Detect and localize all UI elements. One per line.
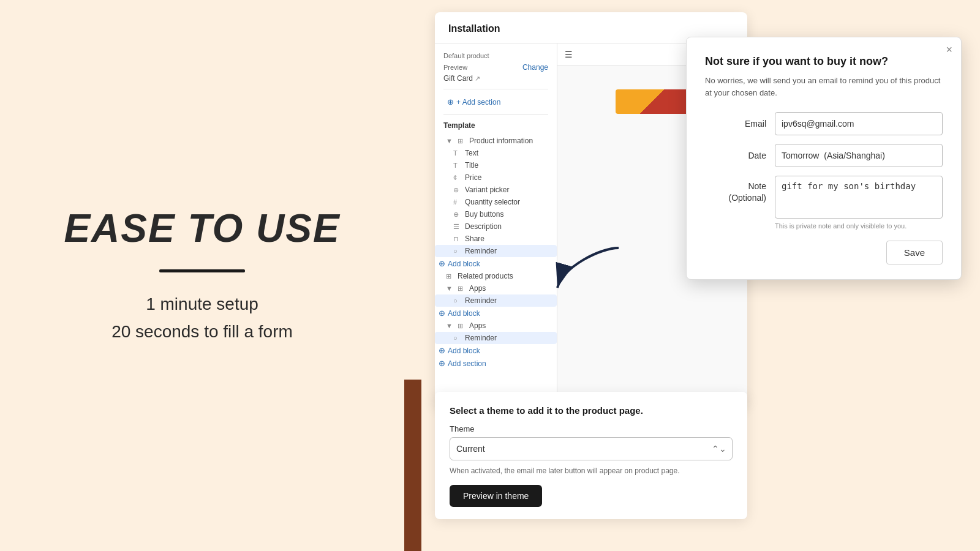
theme-hint: When activated, the email me later butto… — [450, 467, 733, 475]
add-block-plus-icon-2: ⊕ — [439, 309, 445, 318]
tree-related[interactable]: ⊞ Related products — [435, 270, 557, 282]
variant-icon: ⊕ — [453, 186, 462, 194]
tree-text[interactable]: T Text — [435, 147, 557, 159]
popup-title: Not sure if you want to buy it now? — [705, 54, 943, 69]
theme-select-wrapper: Current ⌃⌄ — [450, 437, 733, 460]
ease-title: EASE TO USE — [64, 206, 340, 251]
setup-text: 1 minute setup 20 seconds to fill a form — [111, 291, 293, 346]
desc-icon: ☰ — [453, 223, 462, 231]
brown-bar — [404, 380, 421, 551]
text-icon: T — [453, 149, 462, 157]
install-sidebar: Default product Preview Change Gift Card… — [435, 43, 557, 405]
share-icon: ⊓ — [453, 235, 462, 243]
grid-icon: ⊞ — [458, 137, 466, 145]
related-icon: ⊞ — [446, 272, 454, 280]
email-row: Email — [705, 112, 943, 135]
tree-reminder-3[interactable]: ○ Reminder — [435, 332, 557, 344]
tree-reminder-2[interactable]: ○ Reminder — [435, 294, 557, 307]
arrow-pointer — [551, 242, 625, 297]
tree-price[interactable]: ¢ Price — [435, 171, 557, 184]
change-link[interactable]: Change — [522, 63, 548, 72]
tree-reminder-1[interactable]: ○ Reminder — [435, 245, 557, 257]
theme-label: Theme — [450, 424, 733, 433]
expand-apps2-icon: ▼ — [446, 322, 454, 329]
close-button[interactable]: × — [946, 43, 952, 56]
reminder-icon-1: ○ — [453, 247, 462, 255]
tree-product-info[interactable]: ▼ ⊞ Product information — [435, 135, 557, 147]
divider-line — [159, 269, 245, 272]
popup-subtitle: No worries, we will send you an email to… — [705, 75, 943, 99]
reminder-popup: × Not sure if you want to buy it now? No… — [686, 37, 962, 280]
tree-variant[interactable]: ⊕ Variant picker — [435, 184, 557, 196]
tree-buy[interactable]: ⊕ Buy buttons — [435, 208, 557, 220]
add-section-bottom[interactable]: ⊕ Add section — [435, 357, 557, 370]
note-textarea[interactable]: gift for my son's birthday — [775, 176, 943, 219]
select-theme-title: Select a theme to add it to the product … — [450, 405, 733, 416]
add-section-top[interactable]: ⊕ + Add section — [435, 96, 557, 108]
tree-apps-2[interactable]: ▼ ⊞ Apps — [435, 320, 557, 332]
add-section-plus-icon: ⊕ — [447, 97, 454, 107]
add-block-1[interactable]: ⊕ Add block — [435, 257, 557, 270]
add-block-plus-icon-3: ⊕ — [439, 346, 445, 355]
tree-quantity[interactable]: # Quantity selector — [435, 196, 557, 208]
preview-theme-button[interactable]: Preview in theme — [450, 485, 542, 507]
bottom-section: Select a theme to add it to the product … — [435, 392, 747, 519]
add-block-2[interactable]: ⊕ Add block — [435, 307, 557, 320]
menu-icon: ☰ — [565, 50, 573, 59]
buy-icon: ⊕ — [453, 211, 462, 219]
tree-description[interactable]: ☰ Description — [435, 220, 557, 233]
apps-icon-1: ⊞ — [458, 285, 466, 293]
note-row: Note(Optional) gift for my son's birthda… — [705, 176, 943, 219]
price-icon: ¢ — [453, 174, 462, 181]
reminder-icon-2: ○ — [453, 297, 462, 304]
quantity-icon: # — [453, 198, 462, 206]
expand-icon: ▼ — [446, 137, 454, 144]
right-panel: Installation Default product Preview Cha… — [404, 0, 980, 551]
theme-select[interactable]: Current — [450, 437, 733, 460]
title-icon: T — [453, 162, 462, 169]
default-product-section: Default product Preview Change Gift Card… — [435, 52, 557, 83]
note-label: Note(Optional) — [705, 176, 766, 203]
expand-apps-icon: ▼ — [446, 285, 454, 292]
product-image — [616, 89, 689, 114]
save-button[interactable]: Save — [886, 241, 943, 264]
gift-card-field: Gift Card ↗ — [443, 74, 548, 83]
date-label: Date — [705, 151, 766, 160]
tree-share[interactable]: ⊓ Share — [435, 233, 557, 245]
left-panel: EASE TO USE 1 minute setup 20 seconds to… — [0, 0, 404, 551]
add-block-plus-icon-1: ⊕ — [439, 259, 445, 268]
date-row: Date — [705, 144, 943, 167]
template-section: Template — [435, 121, 557, 130]
tree-apps-1[interactable]: ▼ ⊞ Apps — [435, 282, 557, 294]
reminder-icon-3: ○ — [453, 334, 462, 342]
add-section-plus-icon-2: ⊕ — [439, 359, 445, 368]
apps-icon-2: ⊞ — [458, 322, 466, 330]
private-note-hint: This is private note and only visiblele … — [775, 222, 943, 230]
add-block-3[interactable]: ⊕ Add block — [435, 344, 557, 357]
tree-title[interactable]: T Title — [435, 159, 557, 171]
email-label: Email — [705, 119, 766, 129]
email-input[interactable] — [775, 112, 943, 135]
install-title: Installation — [448, 23, 500, 34]
add-section-link[interactable]: ⊕ + Add section — [443, 96, 548, 108]
date-input[interactable] — [775, 144, 943, 167]
